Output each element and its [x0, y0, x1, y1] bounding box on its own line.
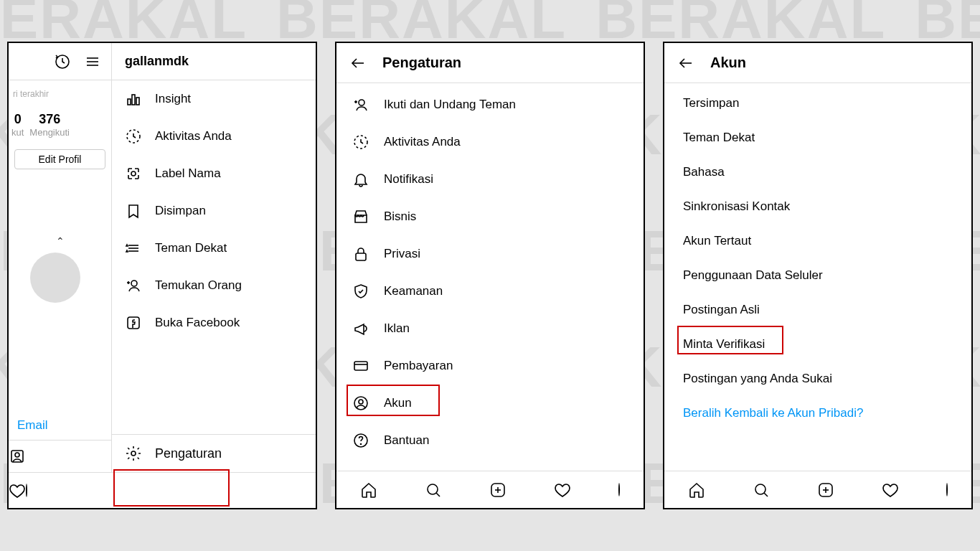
- item-verif[interactable]: Minta Verifikasi: [664, 327, 971, 362]
- item-bahasa[interactable]: Bahasa: [664, 155, 971, 189]
- svg-rect-6: [128, 99, 131, 105]
- avatar-nav[interactable]: [618, 484, 620, 496]
- svg-point-33: [428, 484, 438, 494]
- item-sinkron-label: Sinkronisasi Kontak: [683, 199, 790, 214]
- item-iklan[interactable]: Iklan: [336, 310, 644, 347]
- item-bantuan-label: Bantuan: [384, 433, 429, 448]
- avatar[interactable]: [30, 253, 80, 303]
- home-icon[interactable]: [360, 481, 377, 499]
- item-bantuan[interactable]: Bantuan: [336, 422, 644, 459]
- item-privasi[interactable]: Privasi: [336, 235, 644, 273]
- invite-icon: [352, 96, 369, 113]
- item-notifikasi[interactable]: Notifikasi: [336, 161, 644, 198]
- item-bisnis-label: Bisnis: [384, 209, 416, 224]
- menu-insight[interactable]: Insight: [112, 80, 316, 118]
- menu-teman[interactable]: Teman Dekat: [112, 230, 316, 267]
- phone-2: Pengaturan Ikuti dan Undang Teman Aktivi…: [335, 42, 645, 509]
- add-icon[interactable]: [489, 481, 507, 499]
- chevron-up-icon[interactable]: ⌃: [9, 235, 111, 247]
- discover-people-icon: [125, 277, 142, 294]
- svg-point-32: [361, 444, 362, 445]
- item-teman-label: Teman Dekat: [683, 131, 755, 145]
- svg-point-22: [359, 100, 364, 105]
- item-pembayaran[interactable]: Pembayaran: [336, 347, 644, 385]
- add-icon[interactable]: [817, 481, 834, 499]
- svg-marker-15: [126, 250, 128, 252]
- svg-rect-26: [356, 253, 366, 260]
- menu-insight-label: Insight: [155, 92, 191, 106]
- item-pembayaran-label: Pembayaran: [384, 359, 453, 373]
- archive-icon[interactable]: [54, 53, 71, 70]
- menu-pengaturan-label: Pengaturan: [155, 446, 222, 461]
- followers-count: 0: [11, 112, 24, 127]
- menu-temukan-label: Temukan Orang: [155, 278, 242, 293]
- menu-facebook-label: Buka Facebook: [155, 316, 240, 330]
- phone-1: gallanmdk ri terakhir 0 kut 376 Mengikut…: [7, 42, 317, 509]
- item-sinkron[interactable]: Sinkronisasi Kontak: [664, 189, 971, 224]
- following-label: Mengikuti: [29, 127, 70, 138]
- item-ikuti-label: Ikuti dan Undang Teman: [384, 98, 516, 112]
- item-akun-label: Akun: [384, 396, 412, 410]
- item-notifikasi-label: Notifikasi: [384, 172, 433, 187]
- item-keamanan[interactable]: Keamanan: [336, 273, 644, 310]
- activity-icon: [352, 133, 369, 151]
- item-sukai[interactable]: Postingan yang Anda Sukai: [664, 362, 971, 396]
- menu-facebook[interactable]: Buka Facebook: [112, 304, 316, 342]
- storefront-icon: [352, 208, 369, 225]
- item-tersimpan[interactable]: Tersimpan: [664, 86, 971, 121]
- avatar-nav[interactable]: [26, 484, 27, 497]
- item-keamanan-label: Keamanan: [384, 284, 443, 298]
- bottom-nav: [9, 472, 316, 508]
- item-ikuti[interactable]: Ikuti dan Undang Teman: [336, 86, 644, 123]
- menu-icon[interactable]: [84, 53, 101, 70]
- item-beralih[interactable]: Beralih Kembali ke Akun Pribadi?: [664, 396, 971, 430]
- back-icon[interactable]: [349, 55, 367, 72]
- item-bahasa-label: Bahasa: [683, 165, 725, 179]
- svg-point-5: [15, 453, 19, 457]
- item-tertaut[interactable]: Akun Tertaut: [664, 224, 971, 258]
- heart-icon[interactable]: [882, 481, 899, 499]
- item-iklan-label: Iklan: [384, 321, 410, 336]
- svg-point-20: [131, 451, 136, 456]
- svg-point-10: [131, 171, 136, 176]
- insight-icon: [125, 90, 142, 108]
- activity-icon: [125, 128, 142, 145]
- item-asli[interactable]: Postingan Asli: [664, 293, 971, 327]
- item-aktivitas-label: Aktivitas Anda: [384, 135, 461, 149]
- megaphone-icon: [352, 320, 369, 337]
- menu-disimpan[interactable]: Disimpan: [112, 192, 316, 230]
- svg-rect-8: [136, 98, 139, 105]
- tagged-icon[interactable]: [9, 448, 26, 465]
- svg-point-30: [359, 400, 363, 404]
- heart-icon[interactable]: [9, 482, 26, 499]
- edit-profile-button[interactable]: Edit Profil: [14, 149, 105, 169]
- heart-icon[interactable]: [554, 481, 571, 499]
- search-icon[interactable]: [425, 481, 442, 499]
- svg-marker-14: [126, 245, 128, 246]
- svg-line-40: [764, 493, 768, 496]
- menu-disimpan-label: Disimpan: [155, 204, 206, 218]
- avatar-nav[interactable]: [946, 484, 948, 496]
- help-icon: [352, 432, 369, 449]
- item-beralih-label: Beralih Kembali ke Akun Pribadi?: [683, 406, 863, 420]
- email-link[interactable]: Email: [9, 411, 111, 440]
- item-bisnis[interactable]: Bisnis: [336, 198, 644, 235]
- item-teman[interactable]: Teman Dekat: [664, 121, 971, 155]
- item-asli-label: Postingan Asli: [683, 303, 760, 317]
- item-data[interactable]: Penggunaan Data Seluler: [664, 258, 971, 293]
- settings-icon: [125, 445, 142, 462]
- menu-pengaturan[interactable]: Pengaturan: [112, 434, 316, 472]
- item-akun[interactable]: Akun: [336, 385, 644, 422]
- item-aktivitas[interactable]: Aktivitas Anda: [336, 123, 644, 161]
- home-icon[interactable]: [688, 481, 705, 499]
- back-icon[interactable]: [677, 55, 694, 72]
- username: gallanmdk: [112, 43, 316, 80]
- menu-temukan[interactable]: Temukan Orang: [112, 267, 316, 304]
- bookmark-icon: [125, 202, 142, 220]
- menu-aktivitas[interactable]: Aktivitas Anda: [112, 118, 316, 155]
- profile-stats: 0 kut 376 Mengikuti: [9, 108, 111, 142]
- close-friends-icon: [125, 240, 142, 257]
- search-icon[interactable]: [753, 481, 770, 499]
- menu-label[interactable]: Label Nama: [112, 155, 316, 192]
- svg-rect-27: [354, 362, 367, 370]
